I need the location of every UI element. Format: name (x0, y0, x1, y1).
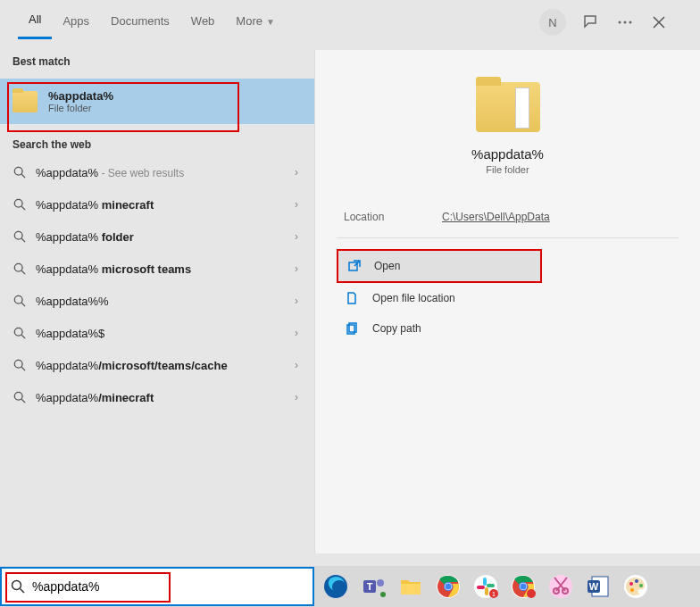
taskbar-chrome-2-icon[interactable] (507, 570, 539, 603)
chevron-right-icon: › (295, 295, 298, 307)
file-location-icon (346, 291, 360, 305)
svg-rect-39 (477, 586, 485, 589)
web-result-0[interactable]: %appdata% - See web results› (0, 156, 314, 188)
svg-line-4 (21, 174, 25, 178)
action-label: Open (374, 260, 400, 272)
action-copy[interactable]: Copy path (337, 313, 679, 344)
search-icon (12, 262, 27, 276)
action-file-location[interactable]: Open file location (337, 283, 679, 313)
svg-point-0 (619, 21, 621, 24)
svg-line-18 (21, 399, 25, 403)
results-pane: Best match %appdata% File folder Search … (0, 39, 314, 553)
svg-rect-38 (485, 587, 488, 595)
svg-line-12 (21, 303, 25, 306)
svg-point-47 (527, 589, 536, 598)
web-result-4[interactable]: %appdata%%› (0, 285, 314, 317)
taskbar-explorer-icon[interactable] (395, 570, 427, 603)
taskbar-chrome-icon[interactable] (432, 570, 464, 603)
tab-more[interactable]: More▼ (225, 7, 286, 38)
chevron-right-icon: › (295, 327, 298, 339)
web-result-text: %appdata% - See web results (36, 166, 302, 179)
search-icon (12, 197, 27, 212)
svg-point-2 (629, 21, 632, 24)
svg-point-60 (630, 588, 634, 592)
svg-line-10 (21, 270, 25, 274)
svg-point-59 (639, 584, 643, 587)
search-icon (12, 358, 27, 372)
more-options-icon[interactable] (616, 13, 634, 31)
preview-subtitle: File folder (486, 164, 529, 175)
svg-rect-36 (483, 578, 487, 586)
taskbar: T1W (0, 566, 700, 607)
svg-point-58 (635, 579, 638, 583)
web-result-1[interactable]: %appdata% minecraft› (0, 188, 314, 220)
preview-title: %appdata% (471, 146, 544, 162)
svg-line-23 (21, 589, 25, 594)
web-result-5[interactable]: %appdata%$› (0, 317, 314, 349)
taskbar-paint-icon[interactable] (620, 570, 652, 603)
tab-all[interactable]: All (18, 5, 52, 39)
close-icon[interactable] (650, 13, 668, 31)
chevron-right-icon: › (295, 359, 298, 371)
chevron-right-icon: › (295, 230, 298, 243)
svg-line-8 (21, 238, 25, 242)
folder-icon (12, 91, 38, 112)
svg-point-11 (14, 295, 22, 304)
chevron-down-icon: ▼ (266, 17, 275, 27)
svg-point-9 (14, 263, 22, 271)
chevron-right-icon: › (295, 166, 298, 179)
tab-documents[interactable]: Documents (100, 7, 180, 38)
web-result-text: %appdata%% (36, 295, 302, 308)
svg-rect-37 (487, 584, 495, 587)
web-result-text: %appdata%$ (36, 327, 302, 340)
svg-point-13 (14, 328, 22, 336)
web-result-text: %appdata% folder (36, 230, 302, 244)
web-result-6[interactable]: %appdata%/microsoft/teams/cache› (0, 349, 314, 381)
svg-line-14 (21, 335, 25, 338)
action-label: Copy path (372, 322, 421, 335)
taskbar-teams-icon[interactable]: T (357, 570, 389, 603)
svg-point-34 (446, 584, 452, 590)
search-input[interactable] (32, 579, 304, 594)
feedback-icon[interactable] (582, 13, 600, 31)
location-link[interactable]: C:\Users\Dell\AppData (442, 211, 550, 223)
tab-apps[interactable]: Apps (52, 7, 100, 38)
tabs-bar: All Apps Documents Web More▼ N (0, 0, 700, 39)
search-icon (12, 390, 27, 404)
action-label: Open file location (372, 292, 455, 304)
svg-point-5 (14, 199, 22, 207)
preview-pane: %appdata% File folder Location C:\Users\… (314, 50, 700, 553)
svg-point-15 (14, 360, 22, 368)
search-icon (11, 579, 25, 594)
section-best-match: Best match (0, 50, 314, 73)
best-match-result[interactable]: %appdata% File folder (0, 79, 314, 124)
web-result-text: %appdata%/microsoft/teams/cache (36, 359, 302, 372)
svg-point-17 (14, 392, 22, 400)
taskbar-slack-icon[interactable]: 1 (470, 570, 502, 603)
svg-text:1: 1 (492, 591, 496, 597)
search-icon (12, 294, 27, 308)
search-box[interactable] (0, 567, 314, 606)
tab-web[interactable]: Web (180, 7, 226, 38)
svg-text:W: W (589, 581, 599, 592)
svg-point-57 (629, 582, 633, 586)
chevron-right-icon: › (295, 391, 298, 403)
web-result-3[interactable]: %appdata% microsoft teams› (0, 253, 314, 285)
location-label: Location (344, 211, 442, 223)
svg-point-46 (521, 584, 527, 590)
copy-icon (346, 321, 360, 336)
svg-point-7 (14, 231, 22, 239)
web-result-text: %appdata% microsoft teams (36, 262, 302, 276)
svg-point-22 (12, 581, 21, 590)
taskbar-word-icon[interactable]: W (582, 570, 614, 603)
chevron-right-icon: › (295, 262, 298, 275)
svg-point-27 (377, 579, 384, 586)
taskbar-snip-icon[interactable] (545, 570, 577, 603)
taskbar-edge-icon[interactable] (320, 570, 352, 603)
folder-icon-large (476, 82, 540, 132)
web-result-7[interactable]: %appdata%/minecraft› (0, 381, 314, 413)
user-avatar[interactable]: N (539, 9, 566, 36)
search-icon (12, 229, 27, 244)
action-open[interactable]: Open (337, 249, 542, 283)
web-result-2[interactable]: %appdata% folder› (0, 220, 314, 253)
